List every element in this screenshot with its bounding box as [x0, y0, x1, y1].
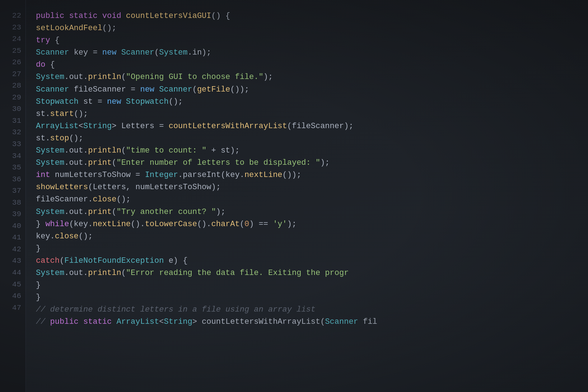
code-token: new	[107, 97, 126, 106]
line-number: 27	[6, 69, 21, 80]
code-line: // public static ArrayList<String> count…	[36, 316, 588, 328]
code-token: =	[131, 85, 140, 94]
code-token: println	[88, 269, 121, 277]
line-number: 32	[6, 127, 21, 139]
code-token: System	[36, 146, 64, 155]
code-token: ();	[79, 232, 93, 241]
code-token: try	[36, 36, 55, 45]
code-token: charAt	[211, 220, 240, 229]
code-token: .in	[188, 48, 202, 57]
code-token: String	[83, 122, 112, 131]
code-line: Stopwatch st = new Stopwatch();	[36, 96, 588, 108]
code-token: // determine distinct letters in a file …	[36, 305, 316, 314]
code-token: new	[102, 48, 121, 57]
code-token: .out.	[64, 207, 88, 216]
code-token: //	[36, 317, 50, 326]
code-token: stop	[50, 134, 69, 143]
code-token: {	[55, 36, 60, 45]
line-number: 34	[6, 150, 21, 162]
code-token: }	[36, 281, 41, 290]
code-token: setLookAndFeel	[36, 24, 102, 33]
code-token: static	[69, 11, 102, 20]
code-token: }	[36, 220, 45, 229]
code-token: public	[36, 11, 69, 20]
code-token: System	[159, 48, 187, 57]
line-number: 41	[6, 232, 21, 244]
line-number: 45	[6, 279, 21, 291]
code-token: close	[93, 195, 116, 204]
line-number: 42	[6, 244, 21, 256]
code-token: ) ==	[249, 220, 273, 229]
line-number: 31	[6, 115, 21, 127]
code-token: 0	[244, 220, 249, 229]
line-number: 38	[6, 197, 21, 209]
code-token: getFile	[197, 85, 230, 94]
line-number: 37	[6, 185, 21, 197]
code-token: );	[263, 73, 273, 81]
code-token: Scanner	[36, 48, 74, 57]
code-token: int	[36, 171, 55, 179]
code-area: public static void countLettersViaGUI() …	[26, 0, 588, 392]
code-token: );	[320, 158, 330, 167]
code-token: Integer	[145, 171, 178, 179]
code-line: System.out.print("Enter number of letter…	[36, 157, 588, 169]
code-token: Stopwatch	[126, 97, 169, 106]
code-token: Scanner	[325, 317, 363, 326]
code-line: catch(FileNotFoundException e) {	[36, 255, 588, 267]
code-line: st.start();	[36, 108, 588, 120]
code-token: ArrayList	[36, 122, 79, 131]
code-token: e) {	[169, 256, 188, 265]
code-token: System	[36, 207, 64, 216]
code-line: }	[36, 291, 588, 304]
code-line: public static void countLettersViaGUI() …	[36, 10, 588, 22]
line-number: 30	[6, 103, 21, 115]
code-line: Scanner fileScanner = new Scanner(getFil…	[36, 84, 588, 96]
code-token: () {	[211, 11, 230, 20]
code-token: toLowerCase	[145, 220, 197, 229]
code-token: ().	[131, 220, 145, 229]
code-token: System	[36, 73, 64, 81]
code-token: .out.	[64, 146, 88, 155]
code-token: {	[50, 60, 55, 69]
code-token: (key.	[69, 220, 93, 229]
code-token: (	[112, 158, 116, 167]
line-number: 36	[6, 174, 21, 186]
code-token: Stopwatch	[36, 97, 83, 106]
code-token: (	[121, 146, 126, 155]
code-token: print	[88, 207, 112, 216]
code-line: key.close();	[36, 230, 588, 243]
code-token: public static	[50, 317, 117, 326]
line-number: 23	[6, 22, 21, 34]
line-number: 26	[6, 57, 21, 69]
code-token: =	[93, 48, 102, 57]
line-number: 24	[6, 33, 21, 45]
code-line: fileScanner.close();	[36, 193, 588, 206]
code-token: "Opening GUI to choose file."	[126, 73, 263, 81]
line-numbers: 2223242526272829303132333435363738394041…	[0, 0, 26, 392]
code-token: .parseInt(key.	[178, 171, 244, 179]
code-token: ();	[116, 195, 131, 204]
code-line: st.stop();	[36, 132, 588, 145]
code-token: (	[60, 256, 64, 265]
code-token: ArrayList	[116, 317, 159, 326]
code-token: println	[88, 73, 121, 81]
code-token: (	[112, 207, 116, 216]
line-number: 40	[6, 220, 21, 232]
code-line: int numLettersToShow = Integer.parseInt(…	[36, 169, 588, 181]
code-token: "Try another count? "	[116, 207, 216, 216]
code-token: String	[164, 317, 192, 326]
code-line: ArrayList<String> Letters = countLetters…	[36, 120, 588, 132]
code-line: System.out.print("Try another count? ");	[36, 206, 588, 218]
code-editor: 2223242526272829303132333435363738394041…	[0, 0, 588, 392]
code-line: try {	[36, 34, 588, 47]
code-token: showLetters	[36, 183, 88, 192]
code-line: do {	[36, 59, 588, 71]
code-token: (	[192, 85, 197, 94]
code-line: } while(key.nextLine().toLowerCase().cha…	[36, 218, 588, 230]
code-token: System	[36, 269, 64, 277]
code-token: fileScanner.	[36, 195, 93, 204]
code-token: void	[102, 11, 126, 20]
code-token: start	[50, 109, 74, 118]
code-token: new	[140, 85, 159, 94]
code-line: System.out.println("time to count: " + s…	[36, 145, 588, 157]
